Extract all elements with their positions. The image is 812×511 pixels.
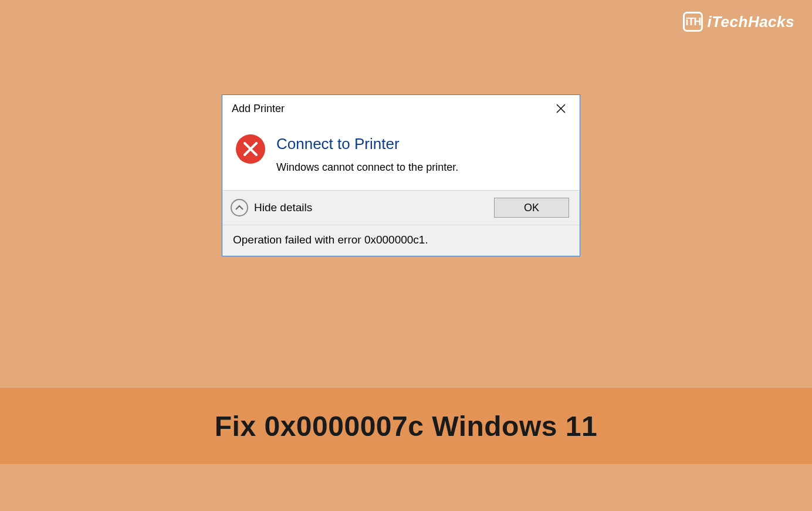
title-banner: Fix 0x0000007c Windows 11: [0, 388, 812, 464]
dialog-title: Add Printer: [232, 103, 285, 115]
close-button[interactable]: [548, 100, 574, 117]
close-icon: [556, 104, 566, 113]
brand-logo-icon: iTH: [683, 12, 703, 32]
dialog-body: Connect to Printer Windows cannot connec…: [276, 134, 458, 174]
dialog-details: Operation failed with error 0x000000c1.: [222, 225, 580, 256]
chevron-up-icon: [231, 199, 248, 216]
add-printer-dialog: Add Printer Connect to Printer Windows c…: [222, 94, 580, 256]
title-banner-text: Fix 0x0000007c Windows 11: [215, 410, 597, 442]
dialog-actions: Hide details OK: [222, 190, 580, 225]
dialog-titlebar: Add Printer: [222, 95, 580, 122]
dialog-heading: Connect to Printer: [276, 135, 458, 153]
dialog-content: Connect to Printer Windows cannot connec…: [222, 122, 580, 190]
brand-logo-text: iTechHacks: [707, 13, 794, 31]
details-toggle-label: Hide details: [254, 201, 312, 214]
details-toggle[interactable]: Hide details: [231, 199, 312, 216]
error-icon: [235, 134, 266, 164]
dialog-message: Windows cannot connect to the printer.: [276, 161, 458, 174]
ok-button[interactable]: OK: [494, 198, 569, 218]
brand-logo: iTH iTechHacks: [683, 12, 794, 32]
